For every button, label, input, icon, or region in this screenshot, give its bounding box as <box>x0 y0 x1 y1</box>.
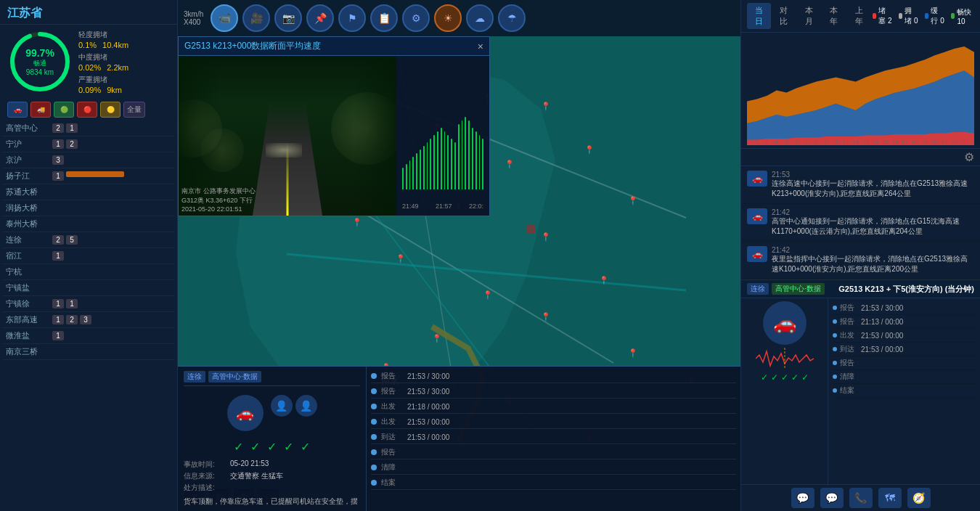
meta-event-time-value: 05-20 21:53 <box>230 459 360 470</box>
detail-route-text: G2513 K213 + 下5(淮安方向) (当分钟) <box>838 284 974 295</box>
chart-x-label-11: 12 <box>852 139 859 145</box>
toolbar-photo-btn[interactable]: 📷 <box>274 4 302 32</box>
toolbar-flag-btn[interactable]: ⚑ <box>338 4 366 32</box>
route-row-2[interactable]: 京沪3 <box>3 152 174 168</box>
incident-timeline-row-2: 出发21:18 / 00:00 <box>371 400 736 414</box>
filter-all-btn[interactable]: 全量 <box>123 102 145 118</box>
toolbar-sun-btn[interactable]: ☀ <box>434 4 462 32</box>
detail-timeline-item-1: 报告21:13 / 00:00 <box>833 315 976 329</box>
detail-timeline-dot <box>833 347 837 351</box>
route-row-11[interactable]: 宁镇徐11 <box>3 296 174 312</box>
severity-item-light: 轻度拥堵 0.1% 10.4km <box>78 30 170 49</box>
speed-bar-19 <box>468 120 470 189</box>
speed-bar-0 <box>402 168 404 189</box>
route-badge: 2 <box>52 123 64 133</box>
incident-timeline-row-1: 报告21:53 / 30:00 <box>371 385 736 398</box>
route-name: 润扬大桥 <box>6 203 49 213</box>
alert-item-1[interactable]: 🚗21:42高管中心通知接到一起消除请求，消除地点在G15沈海高速K1170+0… <box>741 204 980 242</box>
route-row-0[interactable]: 高管中心21 <box>3 120 174 136</box>
toolbar-video-btn[interactable]: 🎥 <box>242 4 270 32</box>
route-row-10[interactable]: 宁镇盐 <box>3 280 174 296</box>
social-phone-btn[interactable]: 📞 <box>849 488 873 508</box>
speed-popup-close-btn[interactable]: × <box>478 41 483 52</box>
route-row-13[interactable]: 微淮盐1 <box>3 328 174 344</box>
chart-x-label-19: 20 <box>931 139 938 145</box>
filter-yellow-btn[interactable]: 🟡 <box>100 102 121 118</box>
alert-item-0[interactable]: 🚗21:53连徐高速中心接到一起消除请求，消除地点在G2513雅徐高速K213+… <box>741 166 980 204</box>
detail-timeline-time: 21:53 / 00:00 <box>861 346 903 353</box>
navigate-icon[interactable]: 🧭 <box>907 488 931 508</box>
map-incident-panel: 连徐 高管中心·数据 🚗 👤 👤 ✓ ✓ ✓ ✓ ✓ <box>178 366 740 511</box>
social-map-btn[interactable]: 🗺 <box>878 488 902 508</box>
severity-item-severe: 严重拥堵 0.09% 9km <box>78 75 170 94</box>
speed-bar-16 <box>458 124 460 189</box>
tab-current-day[interactable]: 当日 <box>747 3 771 29</box>
social-wechat-btn[interactable]: 💬 <box>820 488 844 508</box>
detail-timeline-label: 到达 <box>840 344 858 354</box>
filter-green-btn[interactable]: 🟢 <box>54 102 74 118</box>
legend-moderate: 缓行 0 <box>925 6 945 26</box>
incident-right-timeline: 报告21:53 / 30:00报告21:53 / 30:00出发21:18 / … <box>367 367 740 511</box>
tab-month[interactable]: 本月 <box>797 3 821 29</box>
filter-car-btn[interactable]: 🚗 <box>7 102 28 118</box>
alert-text: 高管中心通知接到一起消除请求，消除地点在G15沈海高速K1170+000(连云港… <box>772 216 974 237</box>
tab-last-year[interactable]: 上年 <box>847 3 871 29</box>
route-row-14[interactable]: 南京三桥 <box>3 344 174 360</box>
speed-bar-1 <box>406 164 407 189</box>
route-badge: 2 <box>66 139 78 149</box>
speed-bar-8 <box>430 139 431 189</box>
timeline-label: 结案 <box>381 478 403 488</box>
filter-truck-btn[interactable]: 🚚 <box>30 102 51 118</box>
route-row-3[interactable]: 扬子江1 <box>3 168 174 184</box>
right-panel: 当日 对比 本月 本年 上年 堵塞 2 拥堵 0 缓行 0 畅快 10 <box>740 0 980 511</box>
timeline-time: 21:53 / 30:00 <box>407 388 449 396</box>
route-badge: 1 <box>52 299 64 308</box>
route-row-7[interactable]: 连徐25 <box>3 232 174 248</box>
severity-light-pct: 0.1% <box>78 41 97 49</box>
camera-feed: 南京市 公路事务发展中心 G312奥 K3.36+620 下行 2021-05-… <box>179 56 396 216</box>
incident-timeline-row-5: 报告 <box>371 446 736 459</box>
tab-compare[interactable]: 对比 <box>772 3 796 29</box>
detail-tag-center: 高管中心·数据 <box>772 283 825 295</box>
toolbar-pin-btn[interactable]: 📌 <box>306 4 334 32</box>
left-panel: 江苏省 99.7% 畅通 9834 km 轻度拥堵 0.1% 10.4km <box>0 0 178 511</box>
filter-red-btn[interactable]: 🔴 <box>77 102 97 118</box>
route-row-4[interactable]: 苏通大桥 <box>3 184 174 200</box>
route-row-6[interactable]: 泰州大桥 <box>3 216 174 232</box>
route-name: 宿江 <box>6 250 49 261</box>
route-row-12[interactable]: 东部高速123 <box>3 312 174 328</box>
route-badge: 3 <box>52 155 64 165</box>
route-congestion-bar <box>66 171 124 177</box>
gauge-percent: 99.7% <box>25 47 54 59</box>
settings-gear-icon[interactable]: ⚙ <box>964 150 974 164</box>
legend-label-slow: 拥堵 0 <box>905 6 919 26</box>
tab-year[interactable]: 本年 <box>822 3 846 29</box>
alert-item-2[interactable]: 🚗21:42夜里盐指挥中心接到一起消除请求，消除地点在G2513雅徐高速K100… <box>741 242 980 279</box>
route-row-9[interactable]: 宁杭 <box>3 264 174 280</box>
social-chat-btn[interactable]: 💬 <box>791 488 814 508</box>
severity-light-name: 轻度拥堵 <box>78 30 170 40</box>
detail-timeline-time: 21:13 / 00:00 <box>861 318 903 326</box>
timeline-dot <box>371 465 377 470</box>
speed-bar-9 <box>433 135 435 189</box>
toolbar-cloud-btn[interactable]: ☁ <box>466 4 494 32</box>
route-row-8[interactable]: 宿江1 <box>3 248 174 264</box>
toolbar-list-btn[interactable]: 📋 <box>370 4 398 32</box>
map-pin-19: 📍 <box>541 312 551 322</box>
route-badge: 3 <box>80 315 91 324</box>
incident-detail-header: 连徐 高管中心·数据 G2513 K213 + 下5(淮安方向) (当分钟) <box>741 280 980 298</box>
toolbar-rain-btn[interactable]: ☂ <box>498 4 526 32</box>
route-badges: 11 <box>52 299 171 308</box>
route-row-5[interactable]: 润扬大桥 <box>3 200 174 216</box>
center-map-area: 📍 📍 📍 📍 📍 📍 📍 📍 📍 📍 📍 📍 📍 📍 📍 📍 📍 📍 📍 📍 … <box>178 0 740 511</box>
toolbar-gear-btn[interactable]: ⚙ <box>402 4 430 32</box>
bar-label-2: 21:57 <box>436 203 452 210</box>
timeline-time: 21:53 / 00:00 <box>407 433 449 441</box>
timeline-label: 报告 <box>381 386 403 396</box>
speed-bar-4 <box>416 153 417 189</box>
route-row-1[interactable]: 宁沪12 <box>3 136 174 152</box>
detail-timeline-time: 21:53 / 00:00 <box>861 332 903 340</box>
chart-x-label-12: 13 <box>862 139 869 145</box>
route-name: 宁杭 <box>6 266 49 277</box>
toolbar-camera-btn[interactable]: 📹 <box>211 4 238 32</box>
